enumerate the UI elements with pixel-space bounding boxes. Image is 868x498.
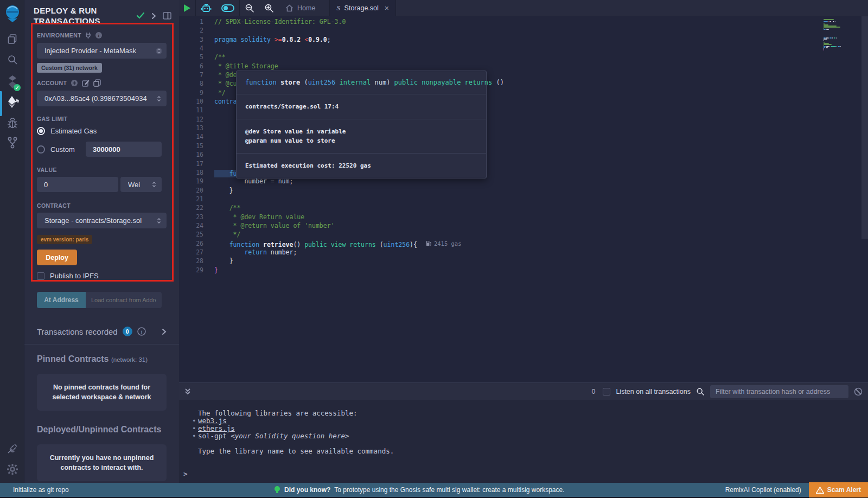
tab-storage-sol[interactable]: S Storage.sol ×	[329, 0, 396, 16]
code-token: 0.9.0	[308, 36, 327, 43]
transactions-expand-icon[interactable]	[162, 328, 167, 335]
code-line-4[interactable]: 4	[179, 44, 857, 53]
line-number: 26	[179, 239, 203, 248]
estimated-gas-radio[interactable]	[37, 127, 45, 135]
terminal-output[interactable]: The following libraries are accessible:•…	[179, 400, 868, 483]
at-address-input[interactable]	[86, 292, 162, 308]
terminal-line[interactable]: •ethers.js	[179, 425, 868, 432]
code-line-1[interactable]: 1// SPDX-License-Identifier: GPL-3.0	[179, 17, 857, 26]
terminal-line[interactable]: •web3.js	[179, 417, 868, 425]
sign-message-icon[interactable]	[82, 79, 90, 87]
line-number: 13	[179, 124, 203, 132]
line-content	[203, 159, 214, 168]
line-content: }	[203, 266, 218, 274]
deploy-run-panel: DEPLOY & RUN TRANSACTIONS ENVIRONMENT i …	[24, 0, 179, 483]
code-line-23[interactable]: 23 * @dev Return value	[179, 213, 857, 221]
code-line-29[interactable]: 29}	[179, 266, 857, 274]
code-line-20[interactable]: 20 }	[179, 186, 857, 195]
add-account-icon[interactable]	[71, 79, 78, 87]
file-explorer-icon[interactable]	[0, 34, 24, 44]
code-line-6[interactable]: 6 * @title Storage	[179, 62, 857, 71]
zoom-out-icon[interactable]	[240, 0, 259, 16]
solidity-compiler-icon[interactable]: ✓	[0, 75, 24, 89]
clear-console-icon[interactable]	[854, 387, 863, 396]
code-line-3[interactable]: 3pragma solidity >=0.8.2 <0.9.0;	[179, 35, 857, 44]
code-line-24[interactable]: 24 * @return value of 'number'	[179, 221, 857, 230]
plugin-manager-icon[interactable]	[0, 443, 24, 455]
listen-all-checkbox[interactable]	[603, 388, 610, 395]
line-content	[203, 195, 214, 203]
deploy-and-run-icon[interactable]	[0, 95, 24, 108]
value-input[interactable]	[37, 177, 118, 192]
copilot-toggle[interactable]	[216, 0, 239, 16]
line-number: 6	[179, 62, 203, 71]
account-value: 0xA03...85ac4 (0.398673504934	[44, 94, 156, 103]
scam-alert-button[interactable]: Scam Alert	[809, 482, 868, 497]
editor-minimap[interactable]	[824, 19, 859, 50]
close-tab-icon[interactable]: ×	[385, 4, 389, 12]
tab-home[interactable]: Home	[279, 0, 322, 16]
line-content: */	[203, 88, 226, 97]
code-line-26[interactable]: 26 function retrieve() public view retur…	[179, 239, 857, 248]
contract-select[interactable]: Storage - contracts/Storage.sol	[37, 213, 167, 228]
code-line-2[interactable]: 2	[179, 26, 857, 35]
info-icon[interactable]: i	[95, 31, 103, 39]
run-script-icon[interactable]	[179, 0, 195, 16]
svg-text:i: i	[141, 329, 142, 335]
network-badge: Custom (31) network	[37, 63, 102, 73]
debugger-icon[interactable]	[0, 117, 24, 129]
bullet-icon: •	[192, 425, 196, 432]
line-number: 21	[179, 195, 203, 203]
library-link[interactable]: web3.js	[198, 417, 227, 425]
environment-value: Injected Provider - MetaMask	[44, 47, 156, 55]
pin-panel-icon[interactable]	[163, 12, 171, 20]
value-unit-select[interactable]: Wei	[120, 177, 162, 192]
terminal-filter-input[interactable]	[710, 385, 848, 398]
custom-gas-input[interactable]	[86, 142, 162, 157]
transactions-recorded-row[interactable]: Transactions recorded 0 i	[37, 327, 167, 336]
environment-select[interactable]: Injected Provider - MetaMask	[37, 43, 167, 59]
account-label: ACCOUNT	[37, 80, 67, 86]
code-line-21[interactable]: 21	[179, 195, 857, 203]
code-token: */	[214, 89, 226, 97]
line-content	[203, 150, 214, 159]
custom-gas-radio[interactable]	[37, 145, 45, 154]
pinned-contracts-title: Pinned Contracts (network: 31)	[37, 354, 167, 364]
library-link[interactable]: ethers.js	[198, 424, 235, 432]
init-git-repo-button[interactable]: Initialize as git repo	[0, 486, 69, 494]
terminal-line: Type the library name to see available c…	[179, 448, 868, 455]
account-select[interactable]: 0xA03...85ac4 (0.398673504934	[37, 91, 167, 106]
lightbulb-icon	[274, 486, 280, 494]
terminal-prompt[interactable]: >	[179, 470, 868, 478]
panel-title: DEPLOY & RUN TRANSACTIONS	[34, 5, 126, 26]
line-content: pragma solidity >=0.8.2 <0.9.0;	[203, 35, 331, 44]
transactions-info-icon[interactable]: i	[137, 327, 146, 336]
code-token: public nonpayable returns	[394, 79, 496, 86]
publish-ipfs-checkbox[interactable]	[37, 272, 44, 280]
code-editor[interactable]: 1// SPDX-License-Identifier: GPL-3.023pr…	[179, 16, 868, 382]
zoom-in-icon[interactable]	[259, 0, 279, 16]
deploy-button[interactable]: Deploy	[37, 250, 77, 265]
collapse-terminal-icon[interactable]	[183, 388, 192, 395]
code-token: number;	[271, 248, 297, 256]
settings-gear-icon[interactable]	[0, 463, 24, 475]
terminal-line: •sol-gpt <your Solidity question here>	[179, 432, 868, 440]
code-line-28[interactable]: 28 }	[179, 257, 857, 265]
git-icon[interactable]	[0, 137, 24, 149]
tooltip-doc-dev: @dev Store value in variable	[245, 127, 477, 136]
code-line-25[interactable]: 25 */	[179, 230, 857, 239]
chevron-right-icon[interactable]	[151, 12, 156, 20]
at-address-button[interactable]: At Address	[37, 292, 86, 308]
transactions-count-badge: 0	[123, 327, 132, 336]
line-content: }	[203, 257, 233, 265]
copilot-status[interactable]: RemixAI Copilot (enabled)	[725, 486, 801, 494]
ai-copilot-icon[interactable]	[196, 0, 216, 16]
code-line-5[interactable]: 5/**	[179, 53, 857, 61]
remix-logo-icon[interactable]	[0, 4, 24, 23]
search-icon[interactable]	[0, 54, 24, 65]
plug-small-icon[interactable]	[85, 32, 91, 39]
code-line-22[interactable]: 22 /**	[179, 203, 857, 212]
code-line-27[interactable]: 27 return number;	[179, 248, 857, 257]
copy-address-icon[interactable]	[93, 79, 101, 87]
editor-scrollbar[interactable]	[861, 16, 868, 239]
